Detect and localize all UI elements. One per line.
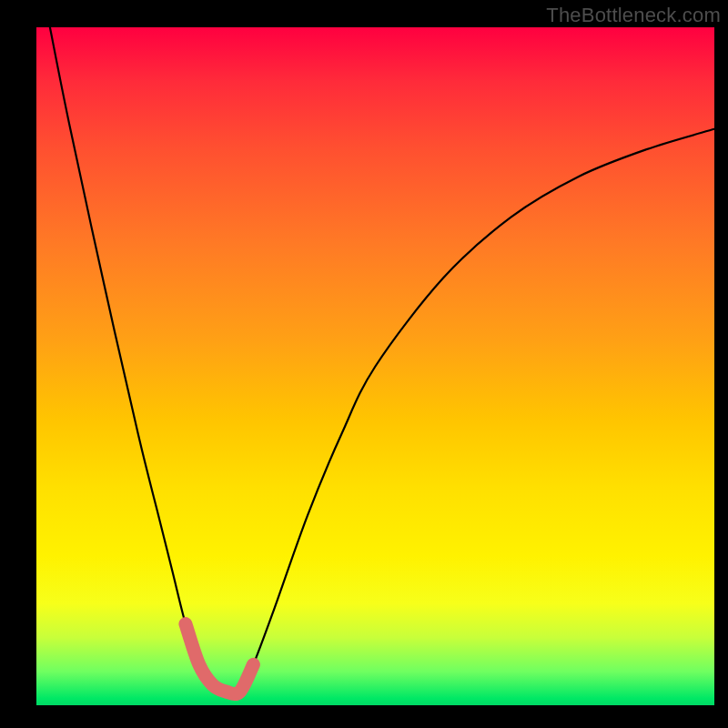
main-curve: [50, 27, 714, 694]
curve-layer: [36, 27, 714, 705]
chart-frame: TheBottleneck.com: [0, 0, 728, 728]
watermark-text: TheBottleneck.com: [546, 4, 721, 27]
valley-highlight: [186, 624, 254, 694]
